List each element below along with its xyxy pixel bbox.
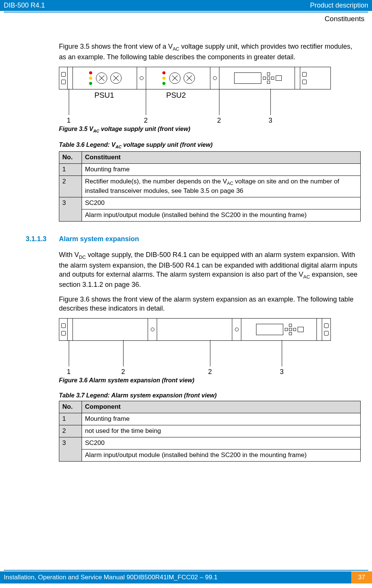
table-3-6-caption: Table 3.6 Legend: VAC voltage supply uni… xyxy=(59,141,361,150)
fan-icon xyxy=(184,72,195,84)
dpad-icon xyxy=(285,324,296,335)
intro-paragraph-1: Figure 3.5 shows the front view of a VAC… xyxy=(59,42,361,62)
subscript: AC xyxy=(303,274,310,279)
table-row: 1 Mounting frame xyxy=(59,413,361,425)
header-left: DIB-500 R4.1 xyxy=(4,2,45,9)
figure-3-5-caption: Figure 3.5 VAC voltage supply unit (fron… xyxy=(59,125,361,134)
table-row: 1 Mounting frame xyxy=(59,164,361,176)
cell-text: Alarm input/output module (installed beh… xyxy=(82,449,361,462)
cell-no: 1 xyxy=(59,413,82,425)
section-paragraph-1: With VDC voltage supply, the DIB-500 R4.… xyxy=(59,250,361,289)
cell-text: SC200 xyxy=(82,197,361,209)
text: voltage supply unit (front view) xyxy=(122,142,213,148)
section-number: 3.1.1.3 xyxy=(26,234,59,243)
callout-2: 2 xyxy=(121,367,125,376)
table-row: Alarm input/output module (installed beh… xyxy=(59,449,361,462)
fan-icon xyxy=(110,72,122,84)
cell-text: Rectifier module(s), the number depends … xyxy=(82,176,361,197)
screw-plate xyxy=(232,319,241,340)
ethernet-port-icon xyxy=(276,75,282,81)
ethernet-port-icon xyxy=(298,327,304,332)
callout-2: 2 xyxy=(217,116,221,125)
col-no: No. xyxy=(59,401,82,413)
mounting-latch-right xyxy=(300,67,309,89)
screw-plate xyxy=(148,319,157,340)
subscript: DC xyxy=(79,255,86,260)
mounting-latch-left xyxy=(59,319,68,340)
screw-plate xyxy=(137,67,146,89)
subscript: AC xyxy=(116,145,122,149)
text: Rectifier module(s), the number depends … xyxy=(85,178,227,185)
spacer xyxy=(68,319,73,340)
callout-line xyxy=(69,89,69,115)
section-paragraph-2: Figure 3.6 shows the front view of the a… xyxy=(59,295,361,313)
device-front-view xyxy=(59,318,331,341)
callout-2: 2 xyxy=(144,116,148,125)
screw-plate xyxy=(210,67,219,89)
figure-callouts: PSU1 PSU2 1 2 2 3 xyxy=(59,89,331,123)
callout-3: 3 xyxy=(280,367,284,376)
table-row: Alarm input/output module (installed beh… xyxy=(59,209,361,221)
lcd-screen xyxy=(256,324,283,335)
table-3-7: No. Component 1 Mounting frame 2 not use… xyxy=(59,401,361,462)
callout-line xyxy=(146,89,146,115)
callout-3: 3 xyxy=(269,116,272,125)
spacer xyxy=(317,319,322,340)
cell-text: Alarm input/output module (installed beh… xyxy=(82,209,361,221)
psu2-label: PSU2 xyxy=(166,90,186,100)
cell-text: SC200 xyxy=(82,437,361,449)
page-content: Figure 3.5 shows the front view of a VAC… xyxy=(0,23,372,462)
fan-icon xyxy=(96,72,107,84)
cell-no: 2 xyxy=(59,425,82,437)
table-row: 2 Rectifier module(s), the number depend… xyxy=(59,176,361,197)
callout-line xyxy=(69,340,69,366)
sc200-module xyxy=(219,67,295,89)
sc200-module xyxy=(241,319,317,340)
table-row: 2 not used for the time being xyxy=(59,425,361,437)
spacer xyxy=(68,67,73,89)
callout-1: 1 xyxy=(67,367,71,376)
callout-line xyxy=(270,89,271,115)
psu1-label: PSU1 xyxy=(94,90,114,100)
table-header-row: No. Component xyxy=(59,401,361,413)
table-row: 3 SC200 xyxy=(59,437,361,449)
device-front-view xyxy=(59,67,331,89)
cell-no: 1 xyxy=(59,164,82,176)
callout-2: 2 xyxy=(208,367,212,376)
figure-3-6: 1 2 2 3 xyxy=(59,318,361,374)
blank-panel xyxy=(73,319,148,340)
cell-text: Mounting frame xyxy=(82,164,361,176)
table-3-7-caption: Table 3.7 Legend: Alarm system expansion… xyxy=(59,391,361,400)
psu2-leds xyxy=(162,71,165,85)
figure-callouts: 1 2 2 3 xyxy=(59,340,331,374)
psu1-leds xyxy=(89,71,92,85)
col-constituent: Constituent xyxy=(82,152,361,164)
text: Table 3.6 Legend: V xyxy=(59,142,116,148)
header-bar: DIB-500 R4.1 Product description xyxy=(0,0,372,11)
header-subhead: Constituents xyxy=(0,12,372,23)
psu1-module xyxy=(73,67,137,89)
cell-text: Mounting frame xyxy=(82,413,361,425)
callout-line xyxy=(282,340,282,366)
figure-3-6-caption: Figure 3.6 Alarm system expansion (front… xyxy=(59,376,361,385)
text: Figure 3.5 V xyxy=(59,126,93,132)
col-no: No. xyxy=(59,152,82,164)
mounting-latch-left xyxy=(59,67,68,89)
cell-no: 2 xyxy=(59,176,82,197)
cell-no: 3 xyxy=(59,437,82,462)
dpad-icon xyxy=(263,72,274,84)
cell-text: not used for the time being xyxy=(82,425,361,437)
callout-line xyxy=(219,89,219,115)
psu2-module xyxy=(146,67,210,89)
cell-no: 3 xyxy=(59,197,82,221)
text: Figure 3.5 shows the front view of a V xyxy=(59,43,173,50)
lcd-screen xyxy=(234,72,261,84)
text: voltage supply unit (front view) xyxy=(99,126,190,132)
mounting-latch-right xyxy=(322,319,330,340)
text: With V xyxy=(59,251,79,259)
callout-line xyxy=(123,340,123,366)
figure-3-5: PSU1 PSU2 1 2 2 3 xyxy=(59,67,361,123)
header-right: Product description xyxy=(310,2,368,9)
table-header-row: No. Constituent xyxy=(59,152,361,164)
callout-1: 1 xyxy=(67,116,71,125)
